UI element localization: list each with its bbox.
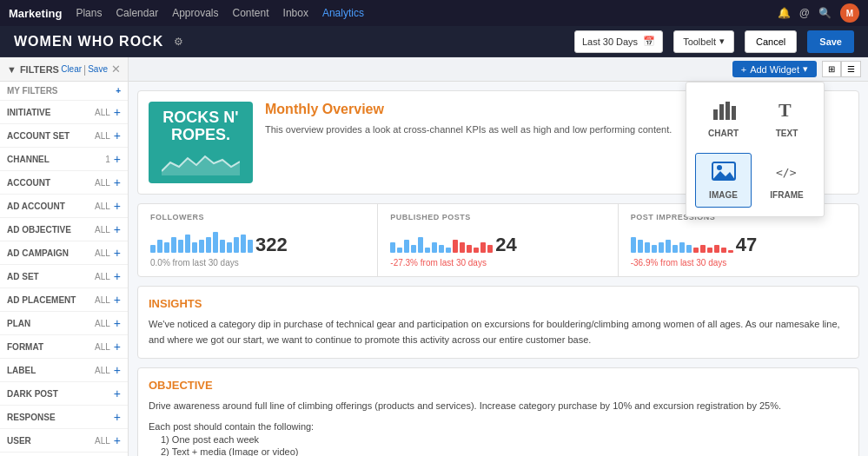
avatar[interactable]: M bbox=[840, 3, 859, 23]
add-icon[interactable]: + bbox=[114, 410, 121, 424]
sidebar-item-initiative[interactable]: INITIATIVE ALL + bbox=[0, 101, 128, 124]
chevron-down-icon: ▾ bbox=[803, 63, 808, 75]
save-button[interactable]: Save bbox=[807, 30, 854, 53]
stat-bar bbox=[659, 242, 664, 253]
clear-link[interactable]: Clear bbox=[61, 64, 82, 74]
image-label: IMAGE bbox=[709, 190, 738, 200]
sidebar-item-label[interactable]: LABEL ALL + bbox=[0, 359, 128, 382]
stat-label: FOLLOWERS bbox=[150, 213, 365, 221]
add-icon[interactable]: + bbox=[114, 293, 121, 307]
stat-bar bbox=[432, 242, 437, 253]
sidebar-item-label: INITIATIVE bbox=[7, 108, 95, 117]
filter-icon: ▼ bbox=[7, 64, 17, 75]
svg-marker-9 bbox=[162, 156, 240, 175]
add-icon[interactable]: + bbox=[114, 152, 121, 166]
sidebar-item-value: ALL bbox=[95, 178, 110, 188]
filters-label: ▼ FILTERS bbox=[7, 64, 61, 75]
nav-calendar[interactable]: Calendar bbox=[116, 7, 158, 19]
at-icon[interactable]: @ bbox=[799, 7, 810, 19]
stat-change: -36.9% from last 30 days bbox=[631, 258, 846, 268]
svg-rect-2 bbox=[726, 102, 730, 120]
add-icon[interactable]: + bbox=[114, 105, 121, 119]
sidebar-item-format[interactable]: FORMAT ALL + bbox=[0, 335, 128, 359]
add-icon[interactable]: + bbox=[114, 316, 121, 330]
image-icon bbox=[712, 161, 736, 187]
insights-section: INSIGHTS We've noticed a category dip in… bbox=[137, 286, 859, 359]
date-range-picker[interactable]: Last 30 Days 📅 bbox=[574, 30, 663, 53]
sidebar-item-ad-objective[interactable]: AD OBJECTIVE ALL + bbox=[0, 218, 128, 241]
stat-bars bbox=[631, 227, 733, 253]
save-filter-link[interactable]: Save bbox=[88, 64, 108, 74]
sidebar-item-ad-account[interactable]: AD ACCOUNT ALL + bbox=[0, 195, 128, 218]
stat-bar bbox=[404, 240, 409, 253]
toolbelt-button[interactable]: Toolbelt ▾ bbox=[673, 30, 734, 53]
nav-brand[interactable]: Marketing bbox=[9, 7, 62, 20]
add-icon[interactable]: + bbox=[114, 269, 121, 283]
main-layout: ▼ FILTERS Clear | Save ✕ MY FILTERS + IN… bbox=[0, 57, 868, 456]
stat-bar bbox=[418, 237, 423, 253]
add-icon[interactable]: + bbox=[114, 433, 121, 447]
close-sidebar-icon[interactable]: ✕ bbox=[111, 63, 121, 76]
stat-bar bbox=[474, 248, 479, 253]
sidebar-item-label: USER bbox=[7, 436, 95, 446]
text-icon: T bbox=[775, 99, 799, 125]
sidebar-item-account-set[interactable]: ACCOUNT SET ALL + bbox=[0, 124, 128, 148]
stat-bar bbox=[390, 242, 395, 253]
widget-option-iframe[interactable]: </> IFRAME bbox=[759, 153, 815, 208]
search-icon[interactable]: 🔍 bbox=[818, 7, 832, 19]
add-icon[interactable]: + bbox=[114, 363, 121, 377]
stat-bar bbox=[150, 245, 156, 253]
sidebar-item-dark-post[interactable]: DARK POST + bbox=[0, 382, 128, 406]
sidebar-item-response[interactable]: RESPONSE + bbox=[0, 406, 128, 429]
stat-change: -27.3% from last 30 days bbox=[390, 258, 605, 268]
add-icon[interactable]: + bbox=[114, 129, 121, 142]
sidebar-item-value: ALL bbox=[95, 366, 110, 375]
brand-name: ROCKS N' ROPES. bbox=[156, 109, 246, 144]
sidebar-item-ad-placement[interactable]: AD PLACEMENT ALL + bbox=[0, 288, 128, 312]
bell-icon[interactable]: 🔔 bbox=[778, 7, 791, 19]
widget-option-image[interactable]: IMAGE bbox=[695, 153, 752, 208]
add-icon[interactable]: + bbox=[114, 175, 121, 189]
sidebar-item-label: AD CAMPAIGN bbox=[7, 248, 95, 258]
settings-icon[interactable]: ⚙ bbox=[174, 36, 183, 48]
sidebar-item-value: ALL bbox=[95, 131, 110, 141]
sidebar-item-ad-campaign[interactable]: AD CAMPAIGN ALL + bbox=[0, 241, 128, 265]
stat-bar bbox=[397, 248, 402, 253]
widget-option-text[interactable]: T TEXT bbox=[759, 91, 815, 146]
sidebar-item-value: ALL bbox=[95, 319, 110, 328]
list-view-button[interactable]: ☰ bbox=[841, 61, 861, 77]
add-icon[interactable]: + bbox=[114, 199, 121, 213]
plus-icon: + bbox=[741, 64, 746, 75]
nav-approvals[interactable]: Approvals bbox=[172, 7, 218, 19]
sidebar-item-user[interactable]: USER ALL + bbox=[0, 429, 128, 453]
grid-view-button[interactable]: ⊞ bbox=[822, 61, 841, 77]
nav-inbox[interactable]: Inbox bbox=[283, 7, 308, 19]
text-label: TEXT bbox=[776, 129, 798, 138]
cancel-button[interactable]: Cancel bbox=[745, 30, 797, 53]
page-title: WOMEN WHO ROCK bbox=[14, 34, 163, 50]
stat-bar bbox=[645, 242, 650, 253]
add-widget-button[interactable]: + Add Widget ▾ bbox=[732, 61, 817, 77]
sidebar-item-account[interactable]: ACCOUNT ALL + bbox=[0, 171, 128, 195]
sidebar-item-plan[interactable]: PLAN ALL + bbox=[0, 312, 128, 335]
stat-bar bbox=[673, 245, 678, 253]
nav-plans[interactable]: Plans bbox=[76, 7, 102, 19]
stat-bar bbox=[157, 240, 162, 253]
add-icon[interactable]: + bbox=[114, 340, 121, 354]
nav-analytics[interactable]: Analytics bbox=[322, 7, 364, 19]
iframe-label: IFRAME bbox=[770, 190, 803, 200]
sub-header: WOMEN WHO ROCK ⚙ Last 30 Days 📅 Toolbelt… bbox=[0, 26, 868, 57]
sidebar-item-channel[interactable]: CHANNEL 1 + bbox=[0, 148, 128, 171]
nav-icons: 🔔 @ 🔍 M bbox=[778, 3, 859, 23]
insights-text: We've noticed a category dip in purchase… bbox=[149, 317, 848, 347]
widget-option-chart[interactable]: CHART bbox=[695, 91, 752, 146]
add-icon[interactable]: + bbox=[114, 387, 121, 400]
add-icon[interactable]: + bbox=[114, 222, 121, 236]
stat-bar bbox=[686, 245, 692, 253]
sidebar-item-value: ALL bbox=[95, 248, 110, 258]
nav-content[interactable]: Content bbox=[233, 7, 269, 19]
add-filter-icon[interactable]: + bbox=[116, 86, 121, 96]
stat-bar bbox=[227, 242, 232, 253]
add-icon[interactable]: + bbox=[114, 246, 121, 260]
sidebar-item-ad-set[interactable]: AD SET ALL + bbox=[0, 265, 128, 288]
